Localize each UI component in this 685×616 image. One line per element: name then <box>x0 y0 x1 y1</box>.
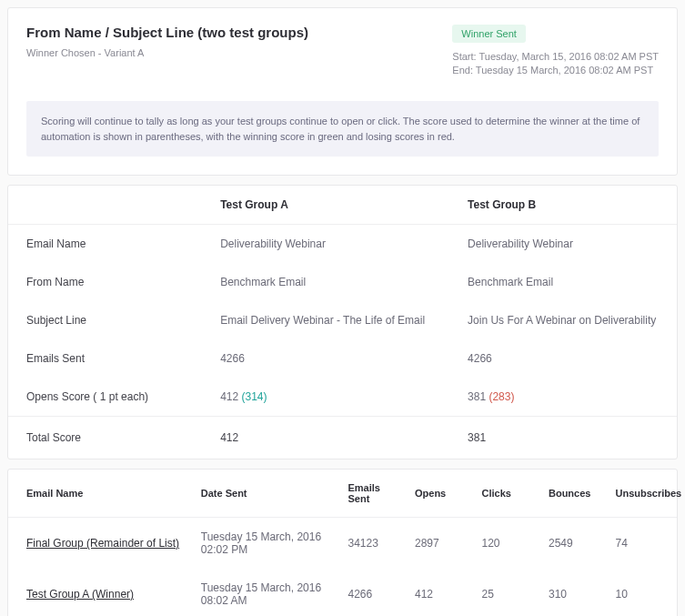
score-value: 381 <box>468 390 486 403</box>
row-label: Emails Sent <box>8 339 202 378</box>
table-row: Email Name Deliverability Webinar Delive… <box>8 225 677 264</box>
table-row: Opens Score ( 1 pt each) 412 (314) 381 (… <box>8 378 677 417</box>
row-label: From Name <box>8 263 202 301</box>
col-test-group-b: Test Group B <box>449 186 677 225</box>
unsub-cell: 74 <box>609 518 677 570</box>
sent-cell: 34123 <box>342 518 409 570</box>
opens-cell: 412 <box>409 569 477 616</box>
winner-sent-badge: Winner Sent <box>452 25 526 43</box>
email-name-cell: Test Group A (Winner) <box>8 569 196 616</box>
col-date-sent: Date Sent <box>196 470 343 518</box>
row-label: Subject Line <box>8 301 202 339</box>
cell-b: 381 (283) <box>449 378 677 417</box>
end-time-text: End: Tuesday 15 March, 2016 08:02 AM PST <box>452 65 659 76</box>
row-label: Opens Score ( 1 pt each) <box>8 378 202 417</box>
cell-b: Deliverability Webinar <box>449 225 677 264</box>
blank-col <box>8 186 202 225</box>
email-name-link[interactable]: Final Group (Remainder of List) <box>26 537 179 550</box>
table-row: Subject Line Email Delivery Webinar - Th… <box>8 301 677 339</box>
clicks-cell: 120 <box>476 518 543 570</box>
col-emails-sent: Emails Sent <box>342 470 409 518</box>
col-unsubscribes: Unsubscribes <box>609 470 677 518</box>
score-paren-lose: (283) <box>486 390 514 403</box>
cell-a: Email Delivery Webinar - The Life of Ema… <box>202 301 449 339</box>
cell-a: 4266 <box>202 339 449 378</box>
sent-cell: 4266 <box>342 569 409 616</box>
cell-b: Benchmark Email <box>449 263 677 301</box>
bounces-cell: 310 <box>543 569 610 616</box>
unsub-cell: 10 <box>609 569 677 616</box>
clicks-cell: 25 <box>476 569 543 616</box>
start-time-text: Start: Tuesday, March 15, 2016 08:02 AM … <box>452 51 659 62</box>
col-test-group-a: Test Group A <box>202 186 449 225</box>
date-cell: Tuesday 15 March, 2016 08:02 AM <box>196 569 343 616</box>
cell-a: Benchmark Email <box>202 263 449 301</box>
table-row: Final Group (Remainder of List) Tuesday … <box>8 518 677 570</box>
table-row: From Name Benchmark Email Benchmark Emai… <box>8 263 677 301</box>
score-paren-win: (314) <box>238 390 267 403</box>
table-row: Test Group A (Winner) Tuesday 15 March, … <box>8 569 677 616</box>
compare-table: Test Group A Test Group B Email Name Del… <box>8 186 677 459</box>
col-bounces: Bounces <box>543 470 610 518</box>
bounces-cell: 2549 <box>543 518 610 570</box>
email-name-cell: Final Group (Remainder of List) <box>8 518 196 570</box>
cell-b: Join Us For A Webinar on Deliverability <box>449 301 677 339</box>
winner-subtitle: Winner Chosen - Variant A <box>26 47 308 58</box>
summary-right: Winner Sent Start: Tuesday, March 15, 20… <box>452 25 659 76</box>
score-value: 412 <box>220 390 238 403</box>
col-email-name: Email Name <box>8 470 196 518</box>
table-footer: Total Score 412 381 <box>8 417 677 459</box>
col-opens: Opens <box>409 470 477 518</box>
scoring-info-box: Scoring will continue to tally as long a… <box>26 101 659 157</box>
cell-b: 381 <box>449 417 677 459</box>
table-header: Test Group A Test Group B <box>8 186 677 225</box>
results-card: Email Name Date Sent Emails Sent Opens C… <box>7 469 678 616</box>
summary-card: From Name / Subject Line (two test group… <box>7 7 678 176</box>
table-header: Email Name Date Sent Emails Sent Opens C… <box>8 470 677 518</box>
summary-left: From Name / Subject Line (two test group… <box>26 25 308 58</box>
cell-a: 412 <box>202 417 449 459</box>
cell-b: 4266 <box>449 339 677 378</box>
cell-a: 412 (314) <box>202 378 449 417</box>
row-label: Total Score <box>8 417 202 459</box>
opens-cell: 2897 <box>409 518 477 570</box>
results-table: Email Name Date Sent Emails Sent Opens C… <box>8 470 677 616</box>
row-label: Email Name <box>8 225 202 264</box>
date-cell: Tuesday 15 March, 2016 02:02 PM <box>196 518 343 570</box>
col-clicks: Clicks <box>476 470 543 518</box>
compare-card: Test Group A Test Group B Email Name Del… <box>7 185 678 459</box>
table-row: Emails Sent 4266 4266 <box>8 339 677 378</box>
page-title: From Name / Subject Line (two test group… <box>26 25 308 40</box>
cell-a: Deliverability Webinar <box>202 225 449 264</box>
email-name-link[interactable]: Test Group A (Winner) <box>26 588 134 601</box>
